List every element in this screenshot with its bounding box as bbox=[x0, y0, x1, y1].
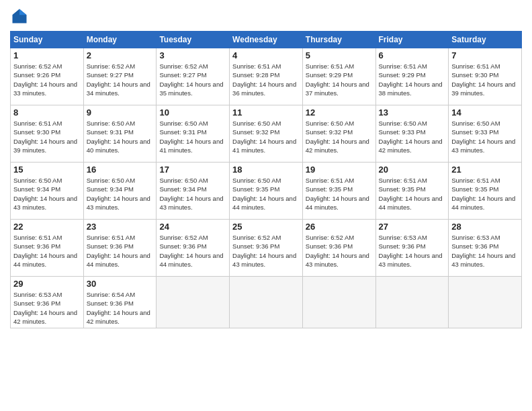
calendar-row-4: 29 Sunrise: 6:53 AM Sunset: 9:36 PM Dayl… bbox=[11, 277, 522, 328]
page: SundayMondayTuesdayWednesdayThursdayFrid… bbox=[0, 0, 532, 411]
day-number: 15 bbox=[13, 165, 81, 175]
day-number: 9 bbox=[87, 107, 154, 118]
day-cell-4: 4 Sunrise: 6:51 AM Sunset: 9:28 PM Dayli… bbox=[230, 48, 303, 105]
header bbox=[10, 7, 522, 26]
svg-marker-1 bbox=[19, 9, 27, 15]
day-number: 10 bbox=[159, 107, 226, 118]
day-info: Sunrise: 6:51 AM Sunset: 9:29 PM Dayligh… bbox=[379, 62, 446, 97]
day-number: 6 bbox=[379, 50, 446, 60]
day-info: Sunrise: 6:54 AM Sunset: 9:36 PM Dayligh… bbox=[87, 290, 154, 326]
day-cell-29: 29 Sunrise: 6:53 AM Sunset: 9:36 PM Dayl… bbox=[11, 277, 84, 328]
day-number: 3 bbox=[159, 50, 226, 60]
day-number: 25 bbox=[232, 222, 300, 232]
day-number: 13 bbox=[379, 107, 446, 118]
svg-marker-2 bbox=[13, 9, 20, 15]
day-info: Sunrise: 6:50 AM Sunset: 9:34 PM Dayligh… bbox=[159, 176, 226, 212]
day-cell-22: 22 Sunrise: 6:51 AM Sunset: 9:36 PM Dayl… bbox=[11, 220, 84, 277]
day-cell-15: 15 Sunrise: 6:50 AM Sunset: 9:34 PM Dayl… bbox=[11, 163, 84, 220]
day-cell-13: 13 Sunrise: 6:50 AM Sunset: 9:33 PM Dayl… bbox=[375, 105, 449, 163]
day-info: Sunrise: 6:50 AM Sunset: 9:34 PM Dayligh… bbox=[13, 176, 81, 212]
day-cell-30: 30 Sunrise: 6:54 AM Sunset: 9:36 PM Dayl… bbox=[83, 277, 157, 328]
calendar-table: SundayMondayTuesdayWednesdayThursdayFrid… bbox=[10, 31, 522, 328]
weekday-header-sunday: Sunday bbox=[11, 32, 84, 48]
day-number: 19 bbox=[306, 165, 373, 175]
day-cell-21: 21 Sunrise: 6:51 AM Sunset: 9:35 PM Dayl… bbox=[449, 163, 522, 220]
day-cell-25: 25 Sunrise: 6:52 AM Sunset: 9:36 PM Dayl… bbox=[230, 220, 303, 277]
weekday-header-wednesday: Wednesday bbox=[230, 32, 303, 48]
day-number: 23 bbox=[87, 222, 154, 232]
day-info: Sunrise: 6:50 AM Sunset: 9:35 PM Dayligh… bbox=[232, 176, 300, 212]
day-info: Sunrise: 6:52 AM Sunset: 9:27 PM Dayligh… bbox=[87, 62, 154, 97]
day-cell-24: 24 Sunrise: 6:52 AM Sunset: 9:36 PM Dayl… bbox=[157, 220, 230, 277]
calendar-row-1: 8 Sunrise: 6:51 AM Sunset: 9:30 PM Dayli… bbox=[11, 105, 522, 163]
day-cell-20: 20 Sunrise: 6:51 AM Sunset: 9:35 PM Dayl… bbox=[375, 163, 449, 220]
day-info: Sunrise: 6:53 AM Sunset: 9:36 PM Dayligh… bbox=[379, 233, 446, 269]
calendar-row-0: 1 Sunrise: 6:52 AM Sunset: 9:26 PM Dayli… bbox=[11, 48, 522, 105]
weekday-header-monday: Monday bbox=[83, 32, 157, 48]
calendar-row-3: 22 Sunrise: 6:51 AM Sunset: 9:36 PM Dayl… bbox=[11, 220, 522, 277]
day-number: 30 bbox=[87, 279, 154, 289]
logo bbox=[10, 7, 32, 26]
day-number: 1 bbox=[13, 50, 81, 60]
day-info: Sunrise: 6:53 AM Sunset: 9:36 PM Dayligh… bbox=[13, 290, 81, 326]
day-cell-28: 28 Sunrise: 6:53 AM Sunset: 9:36 PM Dayl… bbox=[449, 220, 522, 277]
empty-cell bbox=[230, 277, 303, 328]
empty-cell bbox=[449, 277, 522, 328]
day-info: Sunrise: 6:50 AM Sunset: 9:33 PM Dayligh… bbox=[379, 119, 446, 154]
day-cell-14: 14 Sunrise: 6:50 AM Sunset: 9:33 PM Dayl… bbox=[449, 105, 522, 163]
day-cell-6: 6 Sunrise: 6:51 AM Sunset: 9:29 PM Dayli… bbox=[375, 48, 449, 105]
day-info: Sunrise: 6:50 AM Sunset: 9:33 PM Dayligh… bbox=[451, 119, 519, 154]
day-info: Sunrise: 6:51 AM Sunset: 9:35 PM Dayligh… bbox=[451, 176, 519, 212]
day-info: Sunrise: 6:50 AM Sunset: 9:34 PM Dayligh… bbox=[87, 176, 154, 212]
day-info: Sunrise: 6:50 AM Sunset: 9:32 PM Dayligh… bbox=[306, 119, 373, 154]
day-cell-1: 1 Sunrise: 6:52 AM Sunset: 9:26 PM Dayli… bbox=[11, 48, 84, 105]
logo-icon bbox=[10, 7, 29, 26]
empty-cell bbox=[375, 277, 449, 328]
day-cell-11: 11 Sunrise: 6:50 AM Sunset: 9:32 PM Dayl… bbox=[230, 105, 303, 163]
day-number: 17 bbox=[159, 165, 226, 175]
day-number: 22 bbox=[13, 222, 81, 232]
day-number: 11 bbox=[232, 107, 300, 118]
day-info: Sunrise: 6:52 AM Sunset: 9:36 PM Dayligh… bbox=[232, 233, 300, 269]
day-info: Sunrise: 6:52 AM Sunset: 9:36 PM Dayligh… bbox=[159, 233, 226, 269]
day-number: 7 bbox=[451, 50, 519, 60]
day-number: 14 bbox=[451, 107, 519, 118]
day-number: 28 bbox=[451, 222, 519, 232]
day-cell-26: 26 Sunrise: 6:52 AM Sunset: 9:36 PM Dayl… bbox=[302, 220, 375, 277]
day-cell-10: 10 Sunrise: 6:50 AM Sunset: 9:31 PM Dayl… bbox=[157, 105, 230, 163]
day-info: Sunrise: 6:52 AM Sunset: 9:36 PM Dayligh… bbox=[306, 233, 373, 269]
calendar-row-2: 15 Sunrise: 6:50 AM Sunset: 9:34 PM Dayl… bbox=[11, 163, 522, 220]
day-number: 16 bbox=[87, 165, 154, 175]
day-info: Sunrise: 6:50 AM Sunset: 9:31 PM Dayligh… bbox=[159, 119, 226, 154]
day-info: Sunrise: 6:52 AM Sunset: 9:27 PM Dayligh… bbox=[159, 62, 226, 97]
day-cell-27: 27 Sunrise: 6:53 AM Sunset: 9:36 PM Dayl… bbox=[375, 220, 449, 277]
day-info: Sunrise: 6:51 AM Sunset: 9:35 PM Dayligh… bbox=[306, 176, 373, 212]
day-info: Sunrise: 6:51 AM Sunset: 9:30 PM Dayligh… bbox=[451, 62, 519, 97]
day-info: Sunrise: 6:50 AM Sunset: 9:32 PM Dayligh… bbox=[232, 119, 300, 154]
day-number: 24 bbox=[159, 222, 226, 232]
day-cell-12: 12 Sunrise: 6:50 AM Sunset: 9:32 PM Dayl… bbox=[302, 105, 375, 163]
day-cell-9: 9 Sunrise: 6:50 AM Sunset: 9:31 PM Dayli… bbox=[83, 105, 157, 163]
day-info: Sunrise: 6:51 AM Sunset: 9:36 PM Dayligh… bbox=[87, 233, 154, 269]
day-cell-17: 17 Sunrise: 6:50 AM Sunset: 9:34 PM Dayl… bbox=[157, 163, 230, 220]
day-info: Sunrise: 6:51 AM Sunset: 9:30 PM Dayligh… bbox=[13, 119, 81, 154]
day-info: Sunrise: 6:51 AM Sunset: 9:36 PM Dayligh… bbox=[13, 233, 81, 269]
day-number: 27 bbox=[379, 222, 446, 232]
day-number: 2 bbox=[87, 50, 154, 60]
day-cell-5: 5 Sunrise: 6:51 AM Sunset: 9:29 PM Dayli… bbox=[302, 48, 375, 105]
day-info: Sunrise: 6:51 AM Sunset: 9:35 PM Dayligh… bbox=[379, 176, 446, 212]
day-info: Sunrise: 6:50 AM Sunset: 9:31 PM Dayligh… bbox=[87, 119, 154, 154]
day-cell-19: 19 Sunrise: 6:51 AM Sunset: 9:35 PM Dayl… bbox=[302, 163, 375, 220]
day-cell-18: 18 Sunrise: 6:50 AM Sunset: 9:35 PM Dayl… bbox=[230, 163, 303, 220]
day-info: Sunrise: 6:53 AM Sunset: 9:36 PM Dayligh… bbox=[451, 233, 519, 269]
day-number: 8 bbox=[13, 107, 81, 118]
weekday-header-friday: Friday bbox=[375, 32, 449, 48]
weekday-header-tuesday: Tuesday bbox=[157, 32, 230, 48]
empty-cell bbox=[302, 277, 375, 328]
day-cell-8: 8 Sunrise: 6:51 AM Sunset: 9:30 PM Dayli… bbox=[11, 105, 84, 163]
day-cell-16: 16 Sunrise: 6:50 AM Sunset: 9:34 PM Dayl… bbox=[83, 163, 157, 220]
day-number: 5 bbox=[306, 50, 373, 60]
day-number: 20 bbox=[379, 165, 446, 175]
day-cell-23: 23 Sunrise: 6:51 AM Sunset: 9:36 PM Dayl… bbox=[83, 220, 157, 277]
weekday-header-thursday: Thursday bbox=[302, 32, 375, 48]
